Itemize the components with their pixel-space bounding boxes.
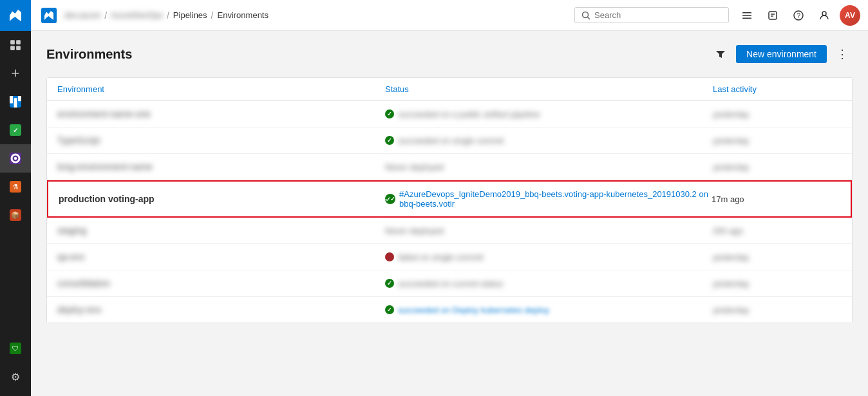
table-row[interactable]: consolidation succeeded on current statu…	[47, 270, 852, 297]
status-cell-production: #AzureDevops_IgniteDemo2019_bbq-beets.vo…	[385, 189, 712, 209]
settings-button[interactable]	[737, 5, 757, 26]
env-name: qa-env	[57, 252, 385, 262]
status-dot-green	[385, 305, 394, 314]
status-text-production: #AzureDevops_IgniteDemo2019_bbq-beets.vo…	[399, 189, 712, 209]
environments-table: Environment Status Last activity environ…	[46, 77, 853, 323]
status-cell: succeeded on a public artifact pipeline	[385, 109, 713, 119]
sidebar-item-boards[interactable]	[0, 88, 31, 116]
svg-point-8	[14, 157, 17, 160]
sidebar-item-add[interactable]: +	[0, 59, 31, 88]
new-environment-button[interactable]: New environment	[736, 45, 827, 63]
search-input[interactable]	[594, 10, 722, 20]
status-text: succeeded on single commit	[398, 136, 504, 146]
last-activity-production: 17m ago	[712, 194, 840, 204]
sidebar-item-testplans[interactable]: ⚗	[0, 173, 31, 201]
sidebar-item-shield[interactable]: 🛡	[0, 334, 31, 363]
search-box[interactable]	[574, 7, 729, 23]
status-text: succeeded on a public artifact pipeline	[398, 109, 540, 119]
table-row[interactable]: environment-name-one succeeded on a publ…	[47, 101, 852, 127]
status-dot-green	[385, 279, 394, 288]
settings-icon	[742, 10, 752, 21]
svg-rect-4	[10, 96, 13, 103]
last-activity: yesterday	[713, 305, 842, 315]
status-text: Never deployed	[385, 162, 444, 172]
topnav-sep3: /	[211, 10, 214, 21]
last-activity: yesterday	[713, 252, 842, 262]
last-activity: yesterday	[713, 162, 842, 172]
status-cell: succeeded on single commit	[385, 136, 713, 146]
topnav-actions: ? AV	[737, 5, 860, 26]
env-name: TypeScript	[57, 135, 385, 146]
col-last-activity: Last activity	[713, 84, 842, 94]
env-name: consolidation	[57, 278, 385, 288]
topnav: dev.azure / AzureDevOps / Pipelines / En…	[31, 0, 868, 31]
topnav-org: dev.azure	[64, 10, 100, 20]
status-cell: succeeded on current status	[385, 279, 713, 288]
sidebar-item-artifacts[interactable]: 📦	[0, 201, 31, 229]
svg-text:?: ?	[797, 12, 801, 19]
table-row[interactable]: long-environment-name Never deployed yes…	[47, 154, 852, 180]
status-cell: succeeded on Deploy kubernetes deploy	[385, 305, 713, 315]
user-button[interactable]	[814, 5, 835, 26]
status-dot-green	[385, 194, 395, 204]
svg-point-9	[583, 12, 589, 17]
svg-rect-12	[742, 15, 751, 16]
more-options-icon: ⋮	[836, 47, 848, 61]
table-row-highlighted[interactable]: production voting-app #AzureDevops_Ignit…	[47, 180, 852, 218]
search-icon	[581, 11, 590, 20]
svg-rect-3	[16, 46, 21, 50]
avatar[interactable]: AV	[840, 5, 860, 26]
page-header: Environments New environment ⋮	[46, 44, 853, 64]
topnav-environments[interactable]: Environments	[218, 10, 269, 20]
table-row[interactable]: qa-env failed on single commit yesterday	[47, 244, 852, 270]
notifications-button[interactable]	[762, 5, 783, 26]
help-icon: ?	[793, 10, 804, 21]
notifications-icon	[768, 10, 778, 21]
topnav-sep1: /	[104, 10, 107, 21]
env-name: deploy-env	[57, 305, 385, 315]
topnav-sep2: /	[167, 10, 169, 21]
svg-rect-0	[10, 40, 15, 44]
status-cell: Never deployed	[385, 226, 713, 236]
last-activity: yesterday	[713, 109, 842, 119]
topnav-project: AzureDevOps	[111, 10, 163, 20]
svg-rect-5	[14, 98, 17, 108]
topnav-pipelines[interactable]: Pipelines	[173, 10, 207, 20]
last-activity: yesterday	[713, 136, 842, 146]
sidebar-item-settings[interactable]: ⚙	[0, 363, 31, 391]
table-row[interactable]: TypeScript succeeded on single commit ye…	[47, 127, 852, 154]
sidebar-logo[interactable]	[0, 0, 31, 31]
status-text: succeeded on current status	[398, 279, 503, 288]
svg-rect-14	[769, 12, 777, 19]
status-cell: failed on single commit	[385, 252, 713, 262]
svg-rect-11	[742, 12, 751, 14]
status-dot-green	[385, 136, 394, 145]
filter-button[interactable]	[710, 44, 731, 64]
svg-point-19	[822, 12, 826, 15]
env-name: environment-name-one	[57, 109, 385, 119]
status-dot-red	[385, 252, 394, 261]
more-options-button[interactable]: ⋮	[832, 44, 853, 64]
env-name-production: production voting-app	[59, 194, 385, 204]
sidebar-item-repos[interactable]: ✓	[0, 116, 31, 144]
col-status: Status	[385, 84, 713, 94]
table-row[interactable]: staging Never deployed 20h ago	[47, 218, 852, 244]
sidebar-item-pipelines[interactable]	[0, 144, 31, 173]
user-icon	[819, 10, 829, 21]
table-row[interactable]: deploy-env succeeded on Deploy kubernete…	[47, 297, 852, 323]
sidebar: + ✓ ⚗ 📦	[0, 0, 31, 396]
env-name: long-environment-name	[57, 162, 385, 172]
page-header-actions: New environment ⋮	[710, 44, 853, 64]
sidebar-item-overview[interactable]	[0, 31, 31, 59]
svg-rect-6	[18, 96, 21, 101]
help-button[interactable]: ?	[788, 5, 809, 26]
env-name: staging	[57, 225, 385, 236]
last-activity: 20h ago	[713, 226, 842, 236]
table-header: Environment Status Last activity	[47, 78, 852, 101]
col-environment: Environment	[57, 84, 385, 94]
svg-rect-1	[16, 40, 21, 44]
svg-line-10	[588, 17, 590, 19]
status-text: failed on single commit	[398, 252, 483, 262]
last-activity: yesterday	[713, 279, 842, 288]
filter-icon	[715, 49, 726, 59]
